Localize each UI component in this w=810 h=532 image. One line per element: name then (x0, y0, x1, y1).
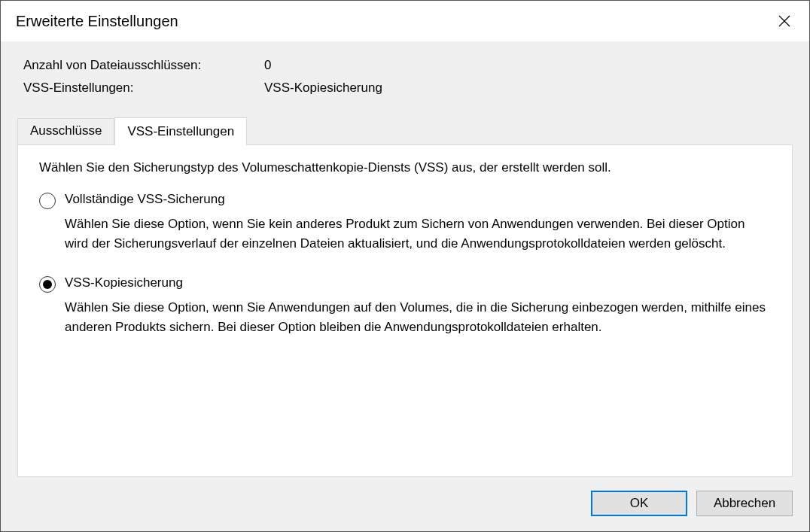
radio-full-content: Vollständige VSS-Sicherung Wählen Sie di… (65, 192, 771, 254)
panel-instruction: Wählen Sie den Sicherungstyp des Volumes… (39, 160, 771, 175)
summary-row-vss: VSS-Einstellungen: VSS-Kopiesicherung (23, 81, 787, 96)
radio-copy-backup-label[interactable]: VSS-Kopiesicherung (65, 275, 771, 290)
summary-row-exclusions: Anzahl von Dateiausschlüssen: 0 (23, 58, 787, 73)
summary-section: Anzahl von Dateiausschlüssen: 0 VSS-Eins… (17, 55, 793, 117)
exclusions-count-value: 0 (264, 58, 787, 73)
content-area: Anzahl von Dateiausschlüssen: 0 VSS-Eins… (1, 41, 809, 531)
radio-copy-backup-input[interactable] (39, 276, 56, 293)
tabs-container: Ausschlüsse VSS-Einstellungen Wählen Sie… (17, 117, 793, 477)
dialog-title: Erweiterte Einstellungen (16, 13, 178, 30)
tab-vss-settings[interactable]: VSS-Einstellungen (114, 117, 247, 145)
radio-option-copy-backup[interactable]: VSS-Kopiesicherung Wählen Sie diese Opti… (39, 275, 771, 338)
radio-full-backup-label[interactable]: Vollständige VSS-Sicherung (65, 192, 771, 207)
radio-full-backup-input[interactable] (39, 193, 56, 209)
tab-strip: Ausschlüsse VSS-Einstellungen (17, 117, 793, 144)
dialog-window: Erweiterte Einstellungen Anzahl von Date… (0, 0, 810, 532)
vss-radio-group: Vollständige VSS-Sicherung Wählen Sie di… (39, 192, 771, 337)
cancel-button[interactable]: Abbrechen (696, 491, 793, 516)
close-icon (778, 15, 790, 27)
tab-exclusions[interactable]: Ausschlüsse (17, 118, 114, 144)
button-row: OK Abbrechen (17, 477, 793, 518)
radio-full-backup-description: Wählen Sie diese Option, wenn Sie kein a… (65, 214, 771, 254)
radio-option-full-backup[interactable]: Vollständige VSS-Sicherung Wählen Sie di… (39, 192, 771, 254)
radio-copy-backup-description: Wählen Sie diese Option, wenn Sie Anwend… (65, 298, 771, 338)
exclusions-count-label: Anzahl von Dateiausschlüssen: (23, 58, 264, 73)
vss-settings-label: VSS-Einstellungen: (23, 81, 264, 96)
vss-settings-value: VSS-Kopiesicherung (264, 81, 787, 96)
tab-panel-vss: Wählen Sie den Sicherungstyp des Volumes… (17, 144, 793, 477)
ok-button[interactable]: OK (591, 491, 687, 516)
radio-copy-content: VSS-Kopiesicherung Wählen Sie diese Opti… (65, 275, 771, 338)
close-button[interactable] (773, 10, 796, 32)
titlebar: Erweiterte Einstellungen (1, 1, 809, 41)
